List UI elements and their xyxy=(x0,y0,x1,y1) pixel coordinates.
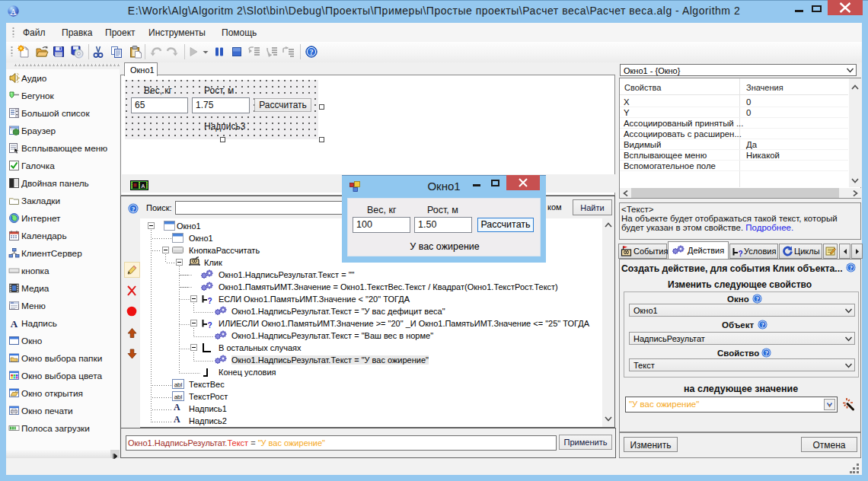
svg-text:A: A xyxy=(142,183,145,190)
svg-text:A: A xyxy=(11,318,18,330)
svg-text:?: ? xyxy=(132,205,136,213)
svg-text:?: ? xyxy=(310,48,314,56)
